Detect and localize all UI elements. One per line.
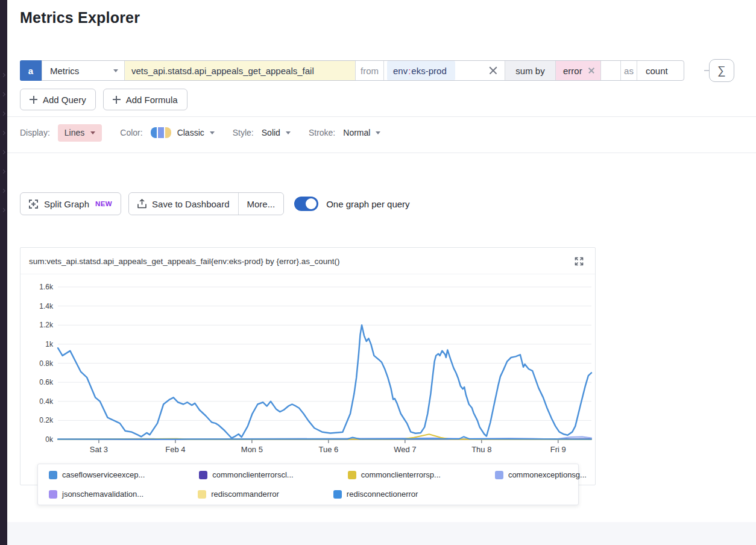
sigma-icon: ∑ (717, 64, 726, 77)
more-label: More... (247, 199, 276, 209)
query-bar: a Metrics vets_api.statsd.api_appeals_ge… (20, 60, 684, 81)
legend-label: jsonschemavalidation... (62, 490, 143, 499)
chevron-down-icon (90, 131, 95, 134)
plus-icon (113, 96, 121, 104)
legend-label: redisconnectionerror (347, 490, 418, 499)
data-source-label: Metrics (50, 66, 79, 76)
aggregation-value: count (646, 66, 668, 76)
svg-text:0.4k: 0.4k (39, 397, 54, 406)
display-type-value: Lines (65, 128, 84, 137)
svg-text:1.2k: 1.2k (39, 321, 54, 329)
more-button[interactable]: More... (238, 193, 284, 215)
svg-text:0k: 0k (45, 435, 54, 444)
page-title: Metrics Explorer (20, 9, 140, 27)
metric-name-input[interactable]: vets_api.statsd.api_appeals_get_appeals_… (124, 61, 355, 80)
filter-tag-key: env (393, 66, 408, 76)
series-color-swatch (199, 471, 207, 479)
svg-text:1k: 1k (45, 340, 54, 348)
chart-title: sum:vets_api.statsd.api_appeals_get_appe… (29, 257, 340, 266)
group-by-value: error (563, 66, 582, 76)
legend-label: commonclienterrorsp... (361, 470, 441, 479)
expand-icon[interactable] (574, 256, 584, 266)
one-graph-per-query-label: One graph per query (326, 199, 409, 209)
chevron-right-icon (1, 189, 5, 193)
chevron-right-icon (1, 131, 5, 135)
chevron-right-icon (1, 112, 5, 116)
legend-item[interactable]: commonclienterrorscl... (199, 470, 293, 479)
split-graph-icon (29, 200, 38, 209)
group-by-input[interactable] (600, 61, 620, 80)
filter-input[interactable]: env : eks-prod (383, 61, 505, 80)
chevron-down-icon (376, 131, 380, 134)
filter-tag-value: eks-prod (411, 66, 446, 76)
as-label: as (620, 61, 637, 80)
svg-text:Thu 8: Thu 8 (471, 445, 491, 454)
divider (7, 153, 756, 153)
divider (7, 116, 756, 117)
chevron-down-icon (113, 69, 118, 72)
svg-text:Wed 7: Wed 7 (394, 445, 416, 454)
timeseries-chart[interactable]: 0k0.2k0.4k0.6k0.8k1k1.2k1.4k1.6kSat 3Feb… (20, 274, 595, 479)
query-actions: Add Query Add Formula (20, 89, 187, 110)
split-graph-label: Split Graph (44, 199, 89, 209)
style-label: Style: (233, 128, 254, 137)
add-formula-button[interactable]: Add Formula (103, 89, 187, 110)
export-icon (137, 199, 146, 209)
svg-text:0.2k: 0.2k (39, 416, 54, 424)
legend-row: jsonschemavalidation... rediscommanderro… (49, 490, 567, 499)
svg-text:Feb 4: Feb 4 (165, 445, 185, 454)
save-to-dashboard-label: Save to Dashboard (152, 199, 229, 209)
chart-header: sum:vets_api.statsd.api_appeals_get_appe… (20, 248, 595, 274)
svg-text:Mon 5: Mon 5 (241, 445, 263, 454)
add-query-label: Add Query (43, 95, 86, 105)
series-color-swatch (49, 490, 57, 499)
legend-item[interactable]: rediscommanderror (198, 490, 279, 499)
from-label: from (355, 61, 383, 80)
group-by-tag[interactable]: error (555, 61, 600, 80)
legend-item[interactable]: redisconnectionerror (333, 490, 418, 499)
display-options-bar: Display: Lines Color: Classic Style: Sol… (20, 123, 398, 142)
sigma-connector (704, 70, 709, 71)
stroke-value: Normal (343, 128, 370, 137)
sum-by-label: sum by (505, 61, 555, 80)
advanced-functions-button[interactable]: ∑ (709, 59, 734, 82)
svg-text:1.4k: 1.4k (39, 302, 54, 310)
legend-label: rediscommanderror (211, 490, 279, 499)
legend-item[interactable]: jsonschemavalidation... (49, 490, 143, 499)
svg-text:0.6k: 0.6k (39, 378, 54, 386)
chevron-right-icon (1, 169, 5, 174)
toggle-knob (306, 198, 317, 209)
legend-item[interactable]: commonexceptionsg... (495, 470, 587, 479)
svg-text:0.8k: 0.8k (39, 359, 54, 368)
add-query-button[interactable]: Add Query (20, 89, 96, 110)
data-source-dropdown[interactable]: Metrics (42, 61, 124, 80)
save-more-group: Save to Dashboard More... (128, 192, 284, 215)
color-label: Color: (120, 128, 142, 137)
save-to-dashboard-button[interactable]: Save to Dashboard (129, 193, 238, 215)
chevron-right-icon (1, 208, 5, 212)
series-color-swatch (198, 490, 206, 499)
legend-row: caseflowserviceexcep... commonclienterro… (49, 470, 567, 479)
chevron-right-icon (1, 92, 5, 96)
query-letter-badge: a (20, 60, 42, 81)
one-graph-per-query-toggle[interactable] (294, 197, 318, 211)
metric-name-value: vets_api.statsd.api_appeals_get_appeals_… (131, 66, 314, 76)
new-badge: NEW (95, 200, 112, 207)
style-dropdown[interactable]: Solid (262, 128, 291, 137)
remove-filter-icon[interactable] (489, 66, 497, 75)
stroke-dropdown[interactable]: Normal (343, 128, 380, 137)
filter-tag[interactable]: env : eks-prod (387, 61, 455, 80)
svg-text:Tue 6: Tue 6 (318, 445, 338, 454)
color-dropdown[interactable]: Classic (151, 127, 215, 138)
legend-label: caseflowserviceexcep... (62, 470, 145, 479)
legend-item[interactable]: commonclienterrorsp... (348, 470, 441, 479)
display-label: Display: (20, 128, 50, 137)
stroke-label: Stroke: (309, 128, 335, 137)
collapsed-sidebar[interactable] (0, 0, 7, 545)
remove-group-by-icon[interactable] (588, 68, 594, 74)
legend-item[interactable]: caseflowserviceexcep... (49, 470, 145, 479)
svg-text:Sat 3: Sat 3 (90, 445, 108, 454)
split-graph-button[interactable]: Split Graph NEW (20, 192, 121, 215)
aggregation-dropdown[interactable]: count (637, 61, 684, 80)
display-type-dropdown[interactable]: Lines (58, 124, 102, 142)
